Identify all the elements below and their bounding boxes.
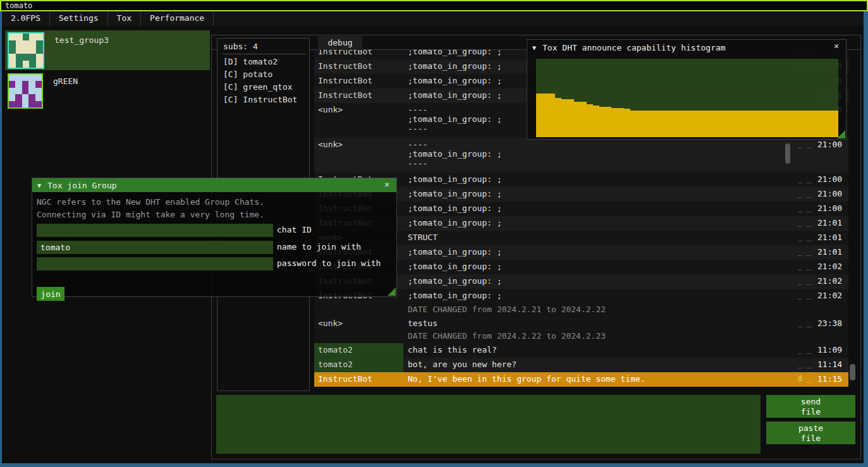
inner-scrollbar-handle[interactable] xyxy=(785,143,790,164)
resize-grip[interactable] xyxy=(388,288,396,296)
histogram-bar xyxy=(561,99,568,137)
message-sender: InstructBot xyxy=(314,372,403,387)
join-password-field[interactable] xyxy=(37,257,273,270)
paste-file-button[interactable]: paste file xyxy=(766,422,855,444)
message-time: 21:01 xyxy=(815,245,848,260)
message-sender: InstructBot xyxy=(314,59,403,74)
histogram-bar xyxy=(549,94,555,137)
chat-message-row[interactable]: tomato2 bot, are you new here? _ _ 11:14 xyxy=(314,358,848,372)
close-icon[interactable]: ✕ xyxy=(831,41,842,52)
message-time: 21:01 xyxy=(815,231,848,245)
message-flags: _ _ xyxy=(794,358,815,372)
histogram-bar xyxy=(788,111,794,137)
message-text: ;tomato_in_group: ; xyxy=(403,216,794,231)
tab-debug[interactable]: debug xyxy=(318,36,362,50)
chat-message-row[interactable]: tomato2 chat is this real? _ _ 11:09 xyxy=(314,343,848,358)
message-flags: _ _ xyxy=(794,289,815,303)
message-flags: _ _ xyxy=(794,216,815,231)
app-window: tomato 2.0FPS SettingsToxPerformance tes… xyxy=(0,0,868,467)
group-list-item[interactable]: test_group3 xyxy=(5,30,210,70)
resize-grip[interactable] xyxy=(837,130,845,138)
menu-item[interactable]: Performance xyxy=(141,11,214,26)
message-text: ;tomato_in_group: ; xyxy=(403,173,794,187)
chat-message-row[interactable]: InstructBot No, I've been in this group … xyxy=(314,372,848,387)
message-time: 21:02 xyxy=(815,289,848,303)
message-sender: InstructBot xyxy=(314,74,403,88)
join-group-titlebar[interactable]: ▼ Tox join Group ✕ xyxy=(32,178,396,192)
message-flags: _ _ xyxy=(794,202,815,216)
histogram-bar xyxy=(826,111,832,137)
histogram-bar xyxy=(731,111,738,137)
message-sender: tomato2 xyxy=(314,358,403,372)
histogram-bar xyxy=(568,99,574,137)
group-list-item[interactable]: gREEN xyxy=(5,71,210,108)
histogram-bar xyxy=(687,111,694,137)
histogram-bar xyxy=(611,108,618,137)
join-description-line1: NGC refers to the New DHT enabled Group … xyxy=(37,197,264,207)
histogram-bar xyxy=(706,111,712,137)
histogram-bar xyxy=(681,111,687,137)
close-icon[interactable]: ✕ xyxy=(381,179,393,191)
histogram-bar xyxy=(719,111,725,137)
message-text: ;tomato_in_group: ; xyxy=(403,187,794,202)
histogram-bar xyxy=(643,111,649,137)
histogram-bar xyxy=(605,107,611,137)
join-name-label: name to join with xyxy=(277,242,361,252)
subs-member-list: [D] tomato2[C] potato[C] green_qtox[C] I… xyxy=(217,57,309,106)
histogram-bar xyxy=(536,94,542,137)
window-border-left xyxy=(0,11,2,467)
join-group-body: NGC refers to the New DHT enabled Group … xyxy=(32,192,396,296)
message-flags: _ _ xyxy=(794,138,815,173)
system-message-row: DATE CHANGED from 2024.2.21 to 2024.2.22 xyxy=(314,303,848,317)
dht-histogram-plot xyxy=(536,59,838,137)
collapse-icon[interactable]: ▼ xyxy=(532,44,536,51)
os-titlebar[interactable]: tomato xyxy=(0,0,868,11)
subs-member-item: [D] tomato2 xyxy=(223,57,309,68)
menu-item[interactable]: Tox xyxy=(108,11,141,26)
message-text: ;tomato_in_group: ; xyxy=(403,245,794,260)
window-border-right xyxy=(864,11,868,467)
chat-scrollbar-handle[interactable] xyxy=(850,364,855,380)
histogram-bar xyxy=(599,107,606,137)
send-file-button[interactable]: send file xyxy=(766,395,855,418)
message-flags: _ _ xyxy=(794,245,815,260)
chat-id-field[interactable] xyxy=(37,224,273,237)
histogram-bar xyxy=(725,111,731,137)
message-text: ;tomato_in_group: ; xyxy=(403,202,794,216)
histogram-bar xyxy=(580,102,587,137)
message-input[interactable] xyxy=(216,395,761,454)
group-avatar-icon xyxy=(8,32,44,69)
histogram-bar xyxy=(712,111,719,137)
menu-item[interactable]: Settings xyxy=(50,11,108,26)
chat-message-row[interactable]: <unk> testus _ _ 23:38 xyxy=(314,317,848,330)
message-time: 21:00 xyxy=(815,202,848,216)
histogram-bar xyxy=(743,111,750,137)
histogram-bar xyxy=(593,106,599,137)
message-time: 23:38 xyxy=(815,317,848,330)
window-border-bottom xyxy=(0,463,868,467)
histogram-bar xyxy=(794,111,800,137)
message-text: testus xyxy=(403,317,794,330)
message-sender: <unk> xyxy=(314,317,403,330)
dht-histogram-titlebar[interactable]: ▼ Tox DHT announce capability histogram … xyxy=(527,40,846,55)
message-flags: d _ xyxy=(794,372,815,387)
message-time: 21:02 xyxy=(815,260,848,274)
chat-message-row[interactable]: <unk> ---- ;tomato_in_group: ; ---- _ _ … xyxy=(314,138,848,173)
message-sender: <unk> xyxy=(314,138,403,173)
histogram-bar xyxy=(694,111,700,137)
histogram-bar xyxy=(649,111,656,137)
message-time: 21:00 xyxy=(815,138,848,173)
histogram-bar xyxy=(775,111,781,137)
collapse-icon[interactable]: ▼ xyxy=(37,182,41,189)
histogram-bar xyxy=(781,111,788,137)
histogram-bar xyxy=(813,111,819,137)
fps-readout: 2.0FPS xyxy=(2,11,50,26)
join-button[interactable]: join xyxy=(37,287,64,301)
histogram-bar xyxy=(675,111,681,137)
message-sender: InstructBot xyxy=(314,88,403,103)
histogram-bar xyxy=(662,111,668,137)
histogram-bar xyxy=(624,109,630,137)
message-time: 11:09 xyxy=(815,343,848,358)
histogram-bar xyxy=(769,111,775,137)
join-name-field[interactable] xyxy=(37,241,273,254)
